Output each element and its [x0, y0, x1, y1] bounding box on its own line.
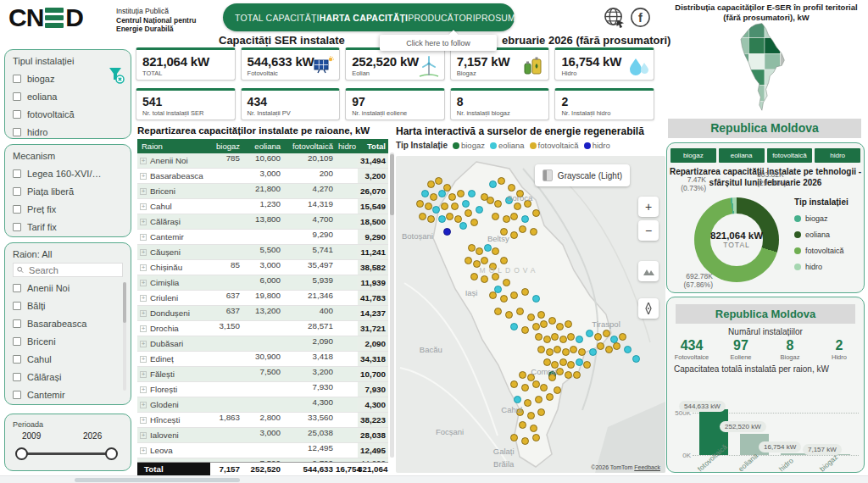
page-horizontal-scrollbar[interactable]	[0, 475, 868, 483]
checkbox-raion-cantemir[interactable]: Cantemir	[13, 386, 123, 403]
expand-icon[interactable]: +	[140, 325, 147, 332]
nav-item-3[interactable]: PRODUCĂTORI	[408, 13, 476, 23]
checkbox-type-fotovoltaic-[interactable]: fotovoltaică	[13, 105, 123, 123]
checkbox-raion-cahul[interactable]: Cahul	[13, 350, 123, 368]
expand-icon[interactable]: +	[140, 173, 147, 180]
website-globe-icon[interactable]	[603, 6, 626, 32]
expand-icon[interactable]: +	[140, 310, 147, 317]
count-card-1[interactable]: 541Nr. total instalații SER	[136, 88, 236, 120]
expand-icon[interactable]: +	[140, 371, 147, 378]
tech-button-hidro[interactable]: hidro	[815, 148, 860, 163]
expand-icon[interactable]: +	[140, 386, 147, 393]
table-scrollbar[interactable]	[390, 153, 394, 458]
table-row[interactable]: +Glodeni4,3004,300	[137, 397, 388, 413]
checkbox-raion-b-l-i[interactable]: Bălți	[13, 297, 123, 314]
table-row[interactable]: +Drochia3,15028,57131,721	[137, 321, 388, 336]
column-header-total[interactable]: Total	[358, 142, 388, 151]
expand-icon[interactable]: +	[140, 341, 147, 347]
count-card-2[interactable]: 434Nr. Instalații PV	[241, 88, 341, 120]
nav-item-2[interactable]: HARTA CAPACITĂȚI	[320, 13, 409, 23]
count-card-3[interactable]: 97Nr. instalații eoliene	[345, 88, 445, 120]
clear-filter-icon[interactable]	[108, 67, 125, 87]
raion-search[interactable]	[13, 263, 123, 277]
kpi-card-5[interactable]: 16,754 kWHidro	[554, 47, 654, 80]
table-row[interactable]: +Ialoveni3,00025,03828,038	[137, 428, 388, 443]
table-row[interactable]: +Briceni21,8004,27026,070	[137, 184, 388, 199]
count-card-5[interactable]: 2Nr. Instalații hidro	[554, 88, 654, 120]
table-row[interactable]: +Căușeni5,5005,74111,241	[137, 245, 388, 260]
column-header-eoliana[interactable]: eoliana	[242, 142, 283, 151]
period-slider-handle-start[interactable]	[15, 447, 28, 460]
table-row[interactable]: +Florești7,9307,930	[137, 382, 388, 397]
table-row[interactable]: +Leova12,49512,495	[137, 443, 388, 458]
table-row[interactable]: +Hîncești1,8632,80033,56038,223	[137, 413, 388, 428]
nav-item-1[interactable]: TOTAL CAPACITĂȚI	[235, 13, 320, 23]
checkbox-mechanism-legea-160-xvi-[interactable]: Legea 160-XVI/…	[13, 164, 123, 182]
expand-icon[interactable]: +	[140, 447, 147, 454]
table-row[interactable]: +Dubăsari2,0902,090	[137, 336, 388, 352]
expand-icon[interactable]: +	[140, 158, 147, 164]
table-row[interactable]: +Anenii Noi78510,60020,10931,494	[137, 153, 388, 169]
checkbox-type-biogaz[interactable]: biogaz	[13, 69, 123, 87]
kpi-card-3[interactable]: 252,520 kWEolian	[345, 47, 445, 80]
tech-button-fotovoltaică[interactable]: fotovoltaică	[767, 148, 813, 163]
raion-list-scrollbar[interactable]	[123, 282, 126, 391]
table-row[interactable]: +Cimișlia6,0005,93911,939	[137, 275, 388, 291]
interactive-map[interactable]: SorocaBotoșaniBeltsyMOLDOVAIașiTiraspolB…	[396, 156, 665, 473]
zoom-in-button[interactable]: +	[638, 197, 659, 217]
expand-icon[interactable]: +	[140, 417, 147, 424]
basemap-style-button[interactable]: Grayscale (Light)	[535, 164, 630, 186]
kpi-card-2[interactable]: 544,633 kWFotovoltaic	[241, 47, 341, 80]
count-card-4[interactable]: 8Nr. instalații biogaz	[450, 88, 550, 120]
nav-item-4[interactable]: PROSUMATORI	[476, 13, 542, 23]
table-row[interactable]: +Criuleni63719,80021,34641,783	[137, 291, 388, 306]
period-slider-track[interactable]	[20, 452, 114, 455]
expand-icon[interactable]: +	[140, 249, 147, 256]
column-header-raion[interactable]: Raion	[137, 142, 210, 151]
expand-icon[interactable]: +	[140, 219, 147, 225]
expand-icon[interactable]: +	[140, 188, 147, 195]
table-row[interactable]: +Edineț30,9003,41834,318	[137, 352, 388, 367]
expand-icon[interactable]: +	[140, 280, 147, 286]
raion-name: Hîncești	[150, 415, 180, 425]
column-header-fotovoltaică[interactable]: fotovoltaică	[283, 142, 336, 151]
checkbox-mechanism-pia-a-liber-[interactable]: Piața liberă	[13, 182, 123, 200]
checkbox-mechanism-tarif-fix[interactable]: Tarif fix	[13, 218, 123, 236]
expand-icon[interactable]: +	[140, 234, 147, 241]
checkbox-mechanism-pre-fix[interactable]: Preț fix	[13, 200, 123, 218]
zoom-out-button[interactable]: −	[638, 220, 659, 241]
checkbox-type-eoliana[interactable]: eoliana	[13, 87, 123, 105]
tech-button-eoliana[interactable]: eoliana	[719, 148, 765, 163]
checkbox-raion-briceni[interactable]: Briceni	[13, 332, 123, 350]
column-header-hidro[interactable]: hidro	[336, 142, 358, 151]
column-header-biogaz[interactable]: biogaz	[210, 142, 242, 151]
table-row[interactable]: +Basarabeasca3,0002003,200	[137, 169, 388, 184]
attribution-feedback-link[interactable]: Feedback	[634, 464, 660, 470]
expand-icon[interactable]: +	[140, 402, 147, 408]
period-slider-handle-end[interactable]	[105, 447, 118, 460]
compass-button[interactable]	[638, 298, 659, 319]
table-row[interactable]: +Chișinău853,00035,49738,582	[137, 260, 388, 275]
table-row[interactable]: +Dondușeni63713,20040014,237	[137, 306, 388, 321]
choropleth-map[interactable]	[697, 22, 832, 117]
terrain-button[interactable]	[638, 261, 659, 281]
tech-button-biogaz[interactable]: biogaz	[670, 148, 716, 163]
table-row[interactable]: +Cahul1,23014,31915,549	[137, 199, 388, 214]
expand-icon[interactable]: +	[140, 203, 147, 210]
checkbox-raion-anenii-noi[interactable]: Anenii Noi	[13, 279, 123, 297]
donut-chart[interactable]	[694, 197, 779, 282]
checkbox-raion-c-l-ra-i[interactable]: Călărași	[13, 368, 123, 386]
checkbox-type-hidro[interactable]: hidro	[13, 123, 123, 141]
table-row[interactable]: +Călărași13,8004,70018,500	[137, 214, 388, 230]
raion-search-input[interactable]	[27, 264, 119, 276]
checkbox-raion-basarabeasca[interactable]: Basarabeasca	[13, 314, 123, 332]
table-row[interactable]: +Cantemir9,2909,290	[137, 230, 388, 245]
expand-icon[interactable]: +	[140, 264, 147, 271]
facebook-icon[interactable]: f	[629, 6, 652, 32]
expand-icon[interactable]: +	[140, 432, 147, 439]
expand-icon[interactable]: +	[140, 295, 147, 302]
table-row[interactable]: +Fălești7,5003,20010,700	[137, 367, 388, 382]
kpi-card-4[interactable]: 7,157 kWBiogaz	[450, 47, 550, 80]
kpi-card-1[interactable]: 821,064 kWTOTAL	[136, 47, 236, 80]
expand-icon[interactable]: +	[140, 356, 147, 363]
